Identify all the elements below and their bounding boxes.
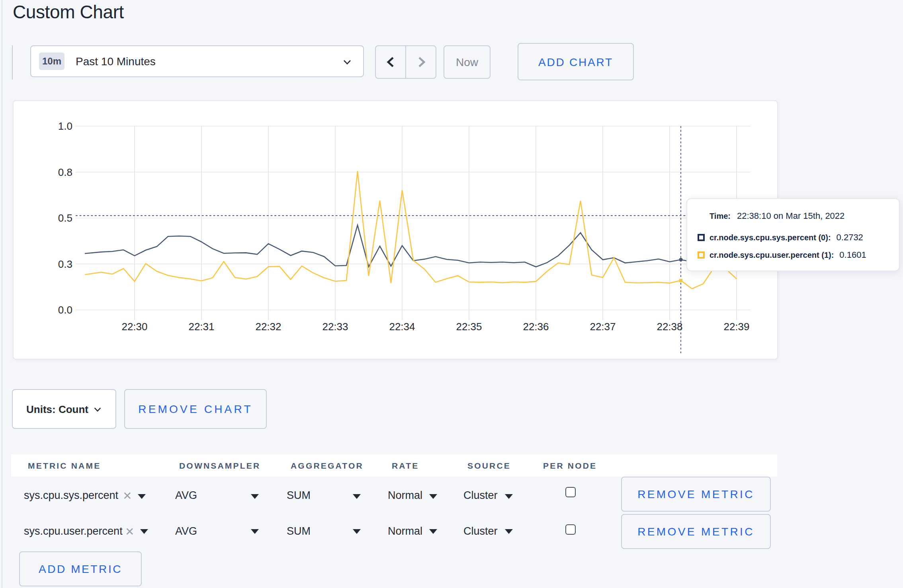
svg-text:0.8: 0.8 [58, 166, 72, 178]
svg-text:0.0: 0.0 [58, 304, 72, 316]
svg-text:22:34: 22:34 [389, 321, 415, 333]
svg-text:0.5: 0.5 [58, 212, 72, 224]
svg-text:22:31: 22:31 [188, 321, 214, 333]
svg-text:22:36: 22:36 [523, 321, 549, 333]
svg-text:22:30: 22:30 [121, 321, 147, 333]
svg-text:22:33: 22:33 [322, 321, 348, 333]
svg-text:22:37: 22:37 [590, 321, 616, 333]
svg-text:1.0: 1.0 [58, 120, 72, 132]
svg-text:22:35: 22:35 [456, 321, 482, 333]
svg-text:22:32: 22:32 [255, 321, 281, 333]
svg-text:0.3: 0.3 [58, 258, 72, 270]
svg-text:22:39: 22:39 [723, 321, 749, 333]
svg-text:22:38: 22:38 [657, 321, 682, 333]
